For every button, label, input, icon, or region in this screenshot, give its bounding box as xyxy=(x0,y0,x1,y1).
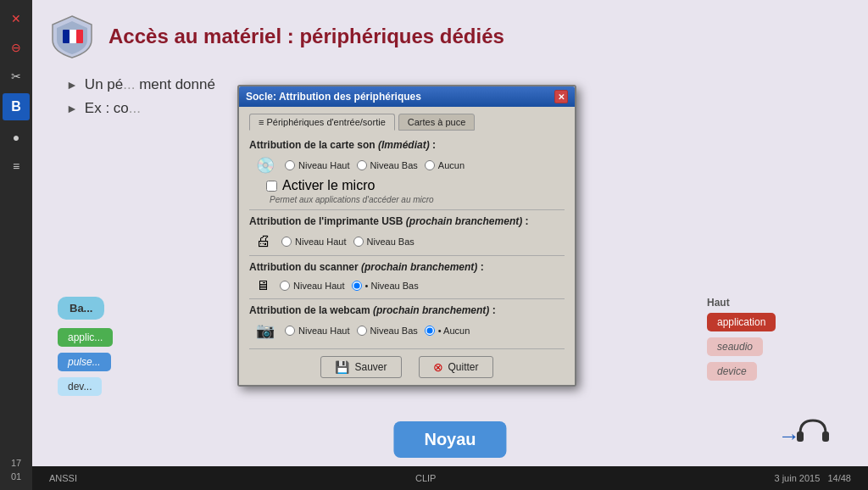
radio-webcam-bas[interactable] xyxy=(357,326,367,336)
radio-scanner-haut[interactable] xyxy=(280,281,290,291)
webcam-aucun[interactable]: • Aucun xyxy=(425,326,470,336)
imprimante-options: 🖨 Niveau Haut Niveau Bas xyxy=(256,232,565,250)
tab-peripheriques[interactable]: ≡ Périphériques d'entrée/sortie xyxy=(249,114,395,131)
tab-cartes-label: Cartes à puce xyxy=(408,117,465,127)
dialog: Socle: Attribution des périphériques ✕ ≡… xyxy=(237,85,576,387)
carte-son-heading: Attribution de la carte son (Immédiat) : xyxy=(249,139,565,151)
section-webcam: Attribution de la webcam (prochain branc… xyxy=(249,304,565,340)
radio-webcam-aucun[interactable] xyxy=(425,326,435,336)
webcam-bas[interactable]: Niveau Bas xyxy=(357,326,418,336)
webcam-heading: Attribution de la webcam (prochain branc… xyxy=(249,304,565,316)
activer-micro-checkbox[interactable] xyxy=(266,181,277,192)
activer-micro-row: Activer le micro xyxy=(266,178,565,193)
tab-cartes[interactable]: Cartes à puce xyxy=(398,114,475,131)
dialog-body: ≡ Périphériques d'entrée/sortie Cartes à… xyxy=(239,107,575,385)
section-scanner: Attribution du scanner (prochain branche… xyxy=(249,261,565,293)
quitter-button[interactable]: ⊗ Quitter xyxy=(419,356,493,378)
webcam-haut[interactable]: Niveau Haut xyxy=(285,326,350,336)
dialog-title: Socle: Attribution des périphériques xyxy=(246,91,421,103)
scanner-icon: 🖥 xyxy=(256,278,270,293)
dialog-overlay: Socle: Attribution des périphériques ✕ ≡… xyxy=(0,0,868,490)
radio-webcam-haut[interactable] xyxy=(285,326,295,336)
imprimante-heading: Attribution de l'imprimante USB (prochai… xyxy=(249,215,565,227)
webcam-icon: 📷 xyxy=(256,321,275,340)
micro-tooltip: Permet aux applications d'accéder au mic… xyxy=(270,195,565,204)
divider-3 xyxy=(249,298,565,299)
section-imprimante: Attribution de l'imprimante USB (prochai… xyxy=(249,215,565,250)
radio-carte-son-haut[interactable] xyxy=(285,160,295,170)
radio-scanner-bas[interactable] xyxy=(352,281,362,291)
carte-son-aucun[interactable]: Aucun xyxy=(425,160,465,170)
save-icon: 💾 xyxy=(335,360,349,374)
carte-son-icon: 💿 xyxy=(256,156,275,175)
radio-imprimante-haut[interactable] xyxy=(281,237,292,247)
radio-carte-son-bas[interactable] xyxy=(357,160,367,170)
dialog-close-button[interactable]: ✕ xyxy=(554,90,568,103)
quit-icon: ⊗ xyxy=(433,360,443,374)
activer-micro-label: Activer le micro xyxy=(282,178,375,193)
quitter-label: Quitter xyxy=(448,361,479,373)
imprimante-haut[interactable]: Niveau Haut xyxy=(281,237,347,247)
carte-son-options: 💿 Niveau Haut Niveau Bas Aucun xyxy=(256,156,565,175)
divider-1 xyxy=(249,209,565,210)
sauver-button[interactable]: 💾 Sauver xyxy=(320,356,401,378)
dialog-tabs: ≡ Périphériques d'entrée/sortie Cartes à… xyxy=(249,114,565,131)
radio-carte-son-aucun[interactable] xyxy=(425,160,435,170)
sauver-label: Sauver xyxy=(354,361,387,373)
dialog-titlebar: Socle: Attribution des périphériques ✕ xyxy=(239,86,575,107)
scanner-heading: Attribution du scanner (prochain branche… xyxy=(249,261,565,273)
dialog-buttons: 💾 Sauver ⊗ Quitter xyxy=(249,348,565,378)
scanner-bas[interactable]: • Niveau Bas xyxy=(352,281,419,291)
section-carte-son: Attribution de la carte son (Immédiat) :… xyxy=(249,139,565,204)
radio-imprimante-bas[interactable] xyxy=(353,237,364,247)
webcam-options: 📷 Niveau Haut Niveau Bas • Aucun xyxy=(256,321,565,340)
carte-son-bas[interactable]: Niveau Bas xyxy=(357,160,418,170)
divider-2 xyxy=(249,255,565,256)
scanner-options: 🖥 Niveau Haut • Niveau Bas xyxy=(256,278,565,293)
scanner-haut[interactable]: Niveau Haut xyxy=(280,281,345,291)
imprimante-bas[interactable]: Niveau Bas xyxy=(353,237,415,247)
tab-peripheriques-label: ≡ Périphériques d'entrée/sortie xyxy=(259,117,386,127)
carte-son-haut[interactable]: Niveau Haut xyxy=(285,160,350,170)
imprimante-icon: 🖨 xyxy=(256,232,271,250)
